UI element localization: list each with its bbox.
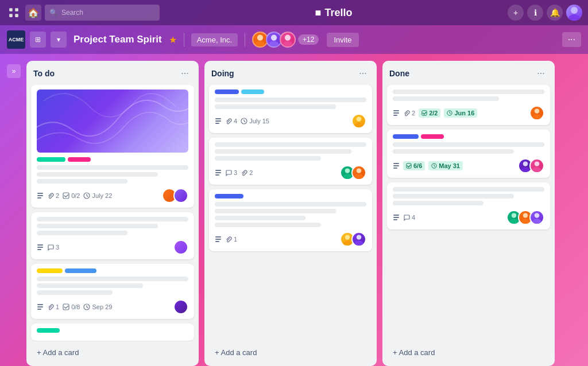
card-done-1[interactable]: 2 2/2 Jun 16 <box>387 85 550 125</box>
svg-rect-63 <box>393 219 397 220</box>
svg-point-11 <box>283 41 293 48</box>
board-members: +12 <box>252 32 319 48</box>
home-icon[interactable]: 🏠 <box>25 5 41 21</box>
attachments-meta: 1 <box>225 236 237 243</box>
svg-rect-0 <box>9 8 13 11</box>
svg-rect-40 <box>215 241 219 242</box>
svg-rect-54 <box>393 168 397 169</box>
workspace-logo: ACME <box>7 30 25 49</box>
card-footer: 1 0/8 Sep 29 <box>37 299 188 314</box>
card-meta: 4 <box>393 214 502 221</box>
board-dropdown-icon[interactable]: ▾ <box>51 32 67 48</box>
column-done: Done ··· 2 <box>382 61 555 366</box>
svg-rect-21 <box>37 306 43 307</box>
svg-rect-17 <box>37 244 43 246</box>
text-line <box>37 172 158 177</box>
card-avatar <box>351 114 366 129</box>
card-avatar <box>529 158 544 173</box>
member-avatar-3[interactable] <box>280 32 296 48</box>
card-avatar <box>173 188 188 203</box>
svg-rect-39 <box>215 239 221 240</box>
add-card-button-todo[interactable]: + Add a card <box>31 344 194 361</box>
column-cards-doing: 4 July 15 <box>204 85 377 341</box>
label-green2 <box>37 328 60 333</box>
search-bar[interactable]: 🔍 Search <box>45 5 160 21</box>
svg-rect-46 <box>393 112 399 114</box>
column-menu-done[interactable]: ··· <box>534 67 548 80</box>
card-doing-1[interactable]: 4 July 15 <box>209 85 372 133</box>
board-title: Project Team Spirit <box>74 34 162 45</box>
add-button[interactable]: + <box>508 5 524 21</box>
card-labels <box>215 89 366 94</box>
svg-rect-61 <box>393 215 399 216</box>
column-menu-doing[interactable]: ··· <box>356 67 370 80</box>
star-icon[interactable]: ★ <box>169 34 177 45</box>
info-button[interactable]: ℹ <box>527 5 543 21</box>
desc-icon <box>393 110 400 116</box>
column-title-done: Done <box>389 69 409 78</box>
column-menu-todo[interactable]: ··· <box>178 67 192 80</box>
member-count[interactable]: +12 <box>298 34 319 45</box>
date-meta: July 15 <box>241 118 269 124</box>
date-meta: July 22 <box>83 192 112 199</box>
board-more-button[interactable]: ··· <box>562 32 581 47</box>
add-card-button-done[interactable]: + Add a card <box>387 344 550 361</box>
label-indigo <box>215 89 239 94</box>
user-avatar[interactable] <box>566 5 582 21</box>
text-line <box>393 187 544 192</box>
comments-meta: 3 <box>225 169 237 176</box>
svg-point-44 <box>354 241 363 247</box>
attachments-meta: 2 <box>241 169 253 176</box>
card-avatars <box>506 210 544 225</box>
label-cyan <box>241 89 264 94</box>
date-badge-done: Jun 16 <box>444 108 477 118</box>
svg-point-37 <box>354 174 363 180</box>
card-footer: 2 0/2 July 22 <box>37 188 188 203</box>
card-avatars <box>173 240 188 255</box>
card-footer: 4 <box>393 210 544 225</box>
column-header-done: Done ··· <box>382 61 555 85</box>
card-avatar <box>529 106 544 120</box>
card-avatars <box>351 114 366 129</box>
card-labels <box>37 157 188 162</box>
checklist-badge-done2: 6/6 <box>403 161 425 170</box>
workspace-name[interactable]: Acme, Inc. <box>191 33 238 46</box>
card-doing-2[interactable]: 3 2 <box>209 138 372 185</box>
svg-rect-27 <box>215 123 219 124</box>
grid-icon[interactable] <box>6 5 22 21</box>
card-doing-3[interactable]: 1 <box>209 189 372 251</box>
text-line <box>215 202 366 207</box>
column-cards-done: 2 2/2 Jun 16 <box>382 85 555 341</box>
card-text-lines <box>393 187 544 205</box>
desc-icon <box>37 192 44 199</box>
column-title-doing: Doing <box>211 69 234 78</box>
notification-button[interactable]: 🔔 <box>547 5 563 21</box>
text-line <box>215 216 305 220</box>
text-line <box>215 98 366 102</box>
label-blue2 <box>215 194 243 198</box>
svg-point-9 <box>269 41 279 48</box>
invite-button[interactable]: Invite <box>327 33 358 47</box>
desc-icon <box>393 214 400 221</box>
column-title-todo: To do <box>33 69 55 78</box>
checklist-meta: 0/2 <box>63 192 80 199</box>
card-footer: 4 July 15 <box>215 114 366 129</box>
card-done-2[interactable]: 6/6 May 31 <box>387 130 550 178</box>
desc-icon <box>215 236 222 243</box>
card-done-3[interactable]: 4 <box>387 182 550 229</box>
label-blue <box>65 268 96 273</box>
checklist-meta: 0/8 <box>63 303 80 310</box>
add-card-button-doing[interactable]: + Add a card <box>209 344 372 361</box>
svg-point-35 <box>343 174 351 180</box>
card-todo-3[interactable]: 1 0/8 Sep 29 <box>31 264 194 319</box>
card-text-lines <box>393 89 544 101</box>
sidebar-toggle-button[interactable]: » <box>7 64 21 78</box>
text-line <box>37 277 188 281</box>
card-todo-1[interactable]: 2 0/2 July 22 <box>31 85 194 208</box>
column-todo: To do ··· <box>26 61 199 366</box>
card-todo-4[interactable] <box>31 324 194 341</box>
card-todo-2[interactable]: 3 <box>31 212 194 259</box>
board-view-icon[interactable]: ⊞ <box>30 32 46 48</box>
svg-point-34 <box>345 168 350 173</box>
card-footer: 6/6 May 31 <box>393 158 544 173</box>
